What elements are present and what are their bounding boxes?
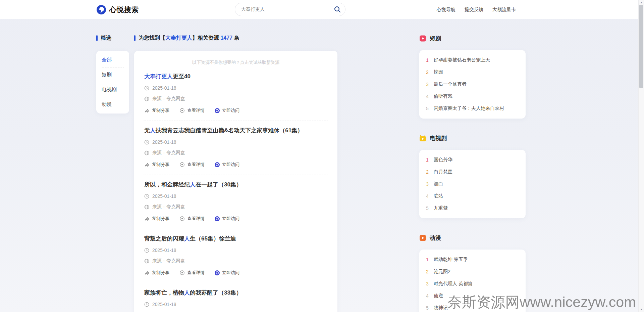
eye-icon [179,162,185,167]
ranking-item[interactable]: 1 武动乾坤 第五季 [425,254,520,266]
scrollbar[interactable]: ▲ ▼ [638,0,644,312]
ranking-item[interactable]: 1 国色芳华 [425,154,520,166]
result-date: 2025-01-18 [144,302,327,307]
scrollbar-down-arrow[interactable]: ▼ [639,308,644,311]
clock-icon [144,302,149,307]
eye-icon [179,216,185,221]
copy-share-button[interactable]: 复制分享 [144,107,169,114]
scrollbar-up-arrow[interactable]: ▲ [639,1,644,4]
result-title[interactable]: 无人扶我青云志我自踏雪至山巅&名动天下之家事难休（61集） [144,127,327,134]
ranking-card: 1 好孕甜妻被钻石老公宠上天 2 蛇园 3 最后一个修真者 4 偷听有戏 5 [419,50,526,119]
keyword-highlight: 人 [150,127,156,134]
filter-card: 全部 短剧 电视剧 动漫 [96,51,129,114]
globe-icon [144,150,149,155]
ranking-item[interactable]: 1 好孕甜妻被钻石老公宠上天 [425,54,520,66]
ranking-item[interactable]: 2 白月梵星 [425,166,520,178]
result-title[interactable]: 家族将亡，植物人的我苏醒了（33集） [144,289,327,297]
share-icon [144,108,150,113]
share-icon [144,216,150,221]
result-title[interactable]: 所以，和金牌经纪人在一起了（30集） [144,181,327,188]
nav-link-navigation[interactable]: 心悦导航 [437,7,455,13]
visit-now-button[interactable]: 立即访问 [215,270,239,276]
share-icon [144,162,150,167]
filter-item-anime[interactable]: 动漫 [102,97,124,112]
results-heading: 为您找到【大奉打更人】相关资源 1477 条 [134,35,337,41]
keyword-highlight: 人 [184,289,190,296]
ranking-heading: 电视剧 [419,134,526,142]
result-title[interactable]: 背叛之后的闪耀人生（65集）徐兰迪 [144,235,327,242]
scrollbar-thumb[interactable] [639,5,643,88]
logo-icon [96,5,106,15]
visit-circle-icon [215,108,220,113]
clock-icon [144,248,149,253]
view-detail-button[interactable]: 查看详情 [179,162,205,168]
result-date: 2025-01-18 [144,193,327,199]
nav-link-data-card[interactable]: 大额流量卡 [492,7,516,13]
ranking-item[interactable]: 3 时光代理人 英都篇 [425,278,520,290]
result-date: 2025-01-18 [144,139,327,145]
nav-link-feedback[interactable]: 提交反馈 [465,7,483,13]
copy-share-button[interactable]: 复制分享 [144,270,169,276]
refresh-resources-link[interactable]: 以下资源不是你想要的？点击尝试获取新资源 [144,59,328,65]
ranking-section-tv-drama: 电视剧 1 国色芳华 2 白月梵星 3 漂白 4 驻站 [419,134,526,218]
visit-now-button[interactable]: 立即访问 [215,216,239,222]
clock-icon [144,194,149,199]
ranking-item[interactable]: 4 仙逆 [425,290,520,302]
ranking-section-anime: 动漫 1 武动乾坤 第五季 2 沧元图2 3 时光代理人 英都篇 4 仙逆 [419,234,526,312]
accent-bar [134,35,136,41]
ranking-item[interactable]: 3 最后一个修真者 [425,78,520,90]
rankings-sidebar: 短剧 1 好孕甜妻被钻石老公宠上天 2 蛇园 3 最后一个修真者 4 偷听有戏 [419,35,526,312]
globe-icon [144,259,149,264]
filter-item-all[interactable]: 全部 [102,53,124,68]
view-detail-button[interactable]: 查看详情 [179,270,205,276]
result-source: 来源：夸克网盘 [144,96,327,102]
result-item: 所以，和金牌经纪人在一起了（30集） 2025-01-18 来源：夸克网盘 [144,175,328,229]
short-drama-badge-icon [419,35,426,42]
ranking-item[interactable]: 5 牧神记 [425,302,520,312]
clock-icon [144,86,149,91]
search-button[interactable] [333,5,342,14]
result-date: 2025-01-18 [144,248,327,253]
view-detail-button[interactable]: 查看详情 [179,107,205,114]
ranking-item[interactable]: 2 沧元图2 [425,266,520,278]
eye-icon [179,108,185,113]
page-container: 筛选 全部 短剧 电视剧 动漫 为您找到【大奉打更人】相关资源 1477 条 以… [96,19,526,312]
visit-circle-icon [215,216,220,221]
result-item: 无人扶我青云志我自踏雪至山巅&名动天下之家事难休（61集） 2025-01-18… [144,121,328,175]
filter-item-short-drama[interactable]: 短剧 [102,68,124,82]
results-column: 为您找到【大奉打更人】相关资源 1477 条 以下资源不是你想要的？点击尝试获取… [134,35,337,312]
logo[interactable]: 心悦搜索 [96,0,139,19]
ranking-item[interactable]: 3 漂白 [425,178,520,190]
ranking-item[interactable]: 2 蛇园 [425,66,520,78]
ranking-heading: 短剧 [419,35,526,42]
results-heading-text: 为您找到【大奉打更人】相关资源 1477 条 [139,35,239,42]
ranking-section-short-drama: 短剧 1 好孕甜妻被钻石老公宠上天 2 蛇园 3 最后一个修真者 4 偷听有戏 [419,35,526,119]
filter-item-tv-drama[interactable]: 电视剧 [102,82,124,97]
ranking-item[interactable]: 4 偷听有戏 [425,90,520,102]
copy-share-button[interactable]: 复制分享 [144,216,169,222]
keyword-highlight: 大奉打更人 [144,73,173,80]
ranking-item[interactable]: 5 闪婚京圈太子爷：夫人她来自农村 [425,102,520,115]
result-item: 大奉打更人更至40 2025-01-18 来源：夸克网盘 [144,67,328,121]
visit-now-button[interactable]: 立即访问 [215,107,239,114]
top-header: 心悦搜索 心悦导航 提交反馈 大额流量卡 [0,0,644,19]
keyword-highlight: 人 [184,235,190,242]
result-source: 来源：夸克网盘 [144,150,327,156]
ranking-item[interactable]: 5 九重紫 [425,202,520,214]
result-actions: 复制分享 查看详情 立即访问 [144,270,327,276]
result-title[interactable]: 大奉打更人更至40 [144,73,327,80]
ranking-card: 1 武动乾坤 第五季 2 沧元图2 3 时光代理人 英都篇 4 仙逆 5 牧 [419,250,526,312]
ranking-card: 1 国色芳华 2 白月梵星 3 漂白 4 驻站 5 九重紫 [419,150,526,218]
result-count: 1477 [220,35,232,41]
copy-share-button[interactable]: 复制分享 [144,162,169,168]
top-nav: 心悦导航 提交反馈 大额流量卡 [437,0,516,19]
clock-icon [144,140,149,145]
view-detail-button[interactable]: 查看详情 [179,216,205,222]
magnifier-icon [334,6,341,13]
search-input[interactable] [241,7,333,12]
ranking-item[interactable]: 4 驻站 [425,190,520,202]
visit-now-button[interactable]: 立即访问 [215,162,239,168]
eye-icon [179,270,185,275]
search-keyword: 大奉打更人 [165,35,192,41]
logo-text: 心悦搜索 [109,5,139,14]
